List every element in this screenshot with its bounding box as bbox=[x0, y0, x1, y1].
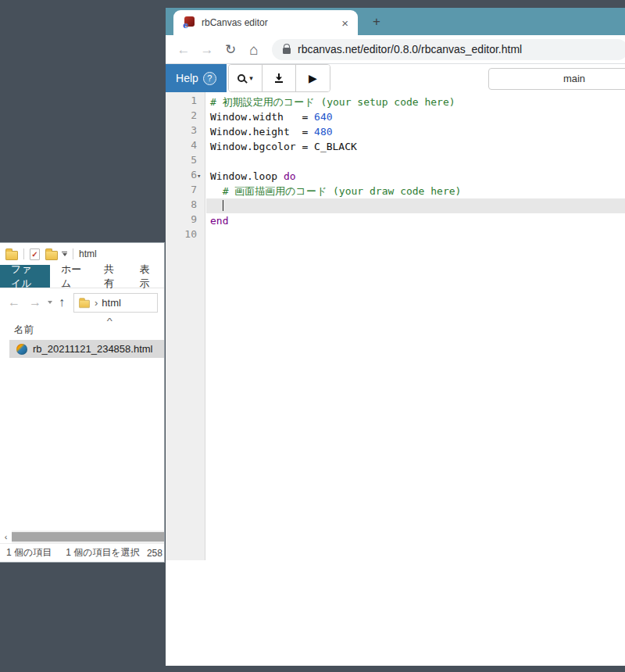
forward-icon[interactable]: → bbox=[197, 43, 217, 56]
ribbon-tab-view[interactable]: 表示 bbox=[128, 265, 164, 288]
titlebar-separator bbox=[23, 248, 24, 259]
scrollbar-track[interactable] bbox=[12, 531, 164, 543]
explorer-window-icon bbox=[5, 251, 18, 260]
scroll-left-icon[interactable]: ‹ bbox=[0, 532, 12, 542]
lock-icon bbox=[283, 48, 291, 54]
search-button[interactable]: ▾ bbox=[229, 65, 262, 91]
editor-app-toolbar: Help ? ▾ ▶ main bbox=[166, 64, 625, 92]
search-icon bbox=[238, 74, 245, 82]
line-number: 2 bbox=[166, 109, 197, 121]
file-list: rb_20211121_234858.html bbox=[0, 340, 164, 531]
rbcanvas-favicon-icon: e bbox=[183, 16, 195, 29]
play-icon: ▶ bbox=[309, 72, 317, 84]
code-area: 1# 初期設定用のコード (your setup code here)2Wind… bbox=[206, 92, 625, 243]
ribbon-tab-share[interactable]: 共有 bbox=[93, 265, 129, 288]
text-cursor bbox=[223, 200, 223, 211]
html-file-icon bbox=[16, 344, 27, 355]
breadcrumb[interactable]: html bbox=[102, 297, 121, 309]
ribbon-tab-file[interactable]: ファイル bbox=[0, 265, 50, 288]
code-line[interactable]: 10 bbox=[206, 228, 625, 243]
browser-toolbar: ← → ↻ ⌂ rbcanvas.net/editor/0.8.0/rbcanv… bbox=[166, 35, 625, 64]
code-token-plain bbox=[210, 200, 223, 212]
column-header-name[interactable]: 名前 bbox=[14, 323, 34, 337]
back-icon[interactable]: ← bbox=[173, 43, 194, 56]
customize-toolbar-icon[interactable] bbox=[62, 252, 67, 257]
code-line[interactable]: 8 bbox=[206, 198, 625, 213]
address-bar[interactable]: rbcanvas.net/editor/0.8.0/rbcanvas_edito… bbox=[272, 39, 625, 60]
tab-title: rbCanvas editor bbox=[202, 17, 335, 28]
help-question-icon: ? bbox=[203, 72, 216, 85]
explorer-nav-bar: ← → ↑ › html bbox=[0, 288, 164, 316]
history-dropdown-icon[interactable] bbox=[48, 301, 52, 304]
horizontal-scrollbar[interactable]: ‹ bbox=[0, 531, 164, 543]
ribbon-tabs: ファイルホーム共有表示 bbox=[0, 265, 164, 288]
code-line[interactable]: 3Window.height = 480 bbox=[206, 124, 625, 139]
explorer-window-title: html bbox=[79, 248, 97, 259]
code-token-keyword: do bbox=[284, 170, 296, 182]
line-number: 1 bbox=[166, 95, 197, 106]
ribbon-tab-home[interactable]: ホーム bbox=[50, 265, 93, 288]
line-number: 5 bbox=[166, 154, 197, 166]
column-header-row: 名前 ^ bbox=[0, 316, 164, 340]
code-line[interactable]: 1# 初期設定用のコード (your setup code here) bbox=[206, 95, 625, 109]
help-label: Help bbox=[176, 72, 198, 84]
breadcrumb-chevron-icon: › bbox=[95, 297, 98, 309]
code-token-keyword: end bbox=[210, 215, 228, 227]
main-tab[interactable]: main bbox=[488, 68, 625, 90]
up-icon[interactable]: ↑ bbox=[59, 296, 65, 309]
code-token-plain: Window.height = bbox=[210, 126, 314, 138]
scrollbar-thumb[interactable] bbox=[12, 532, 164, 542]
browser-tab-strip: e rbCanvas editor × + bbox=[166, 8, 625, 35]
code-line[interactable]: 7 # 画面描画用のコード (your draw code here) bbox=[206, 184, 625, 198]
line-number: 4 bbox=[166, 139, 197, 151]
file-row[interactable]: rb_20211121_234858.html bbox=[9, 340, 164, 358]
file-name: rb_20211121_234858.html bbox=[33, 343, 152, 355]
code-line[interactable]: 6▾Window.loop do bbox=[206, 169, 625, 184]
line-number: 8 bbox=[166, 198, 197, 210]
download-icon bbox=[273, 73, 284, 84]
editor-button-group: ▾ ▶ bbox=[228, 64, 330, 92]
quick-access-folder-icon[interactable] bbox=[45, 251, 58, 260]
selection-count: 1 個の項目を選択 bbox=[66, 546, 140, 559]
file-explorer-window: ✓ html ファイルホーム共有表示 ← → ↑ › html 名前 ^ rb_… bbox=[0, 242, 165, 563]
new-tab-button[interactable]: + bbox=[367, 13, 386, 30]
code-token-number: 640 bbox=[314, 111, 332, 123]
line-number: 3 bbox=[166, 124, 197, 136]
fold-marker-icon[interactable]: ▾ bbox=[197, 169, 201, 184]
explorer-status-bar: 1 個の項目 1 個の項目を選択 258 KB bbox=[0, 543, 164, 562]
home-icon[interactable]: ⌂ bbox=[244, 42, 264, 57]
search-caret-icon: ▾ bbox=[249, 74, 253, 82]
code-token-plain: Window.width = bbox=[210, 111, 314, 123]
run-button[interactable]: ▶ bbox=[296, 65, 330, 91]
browser-tab[interactable]: e rbCanvas editor × bbox=[173, 10, 358, 35]
code-token-comment: # 画面描画用のコード (your draw code here) bbox=[210, 185, 461, 197]
selection-size: 258 KB bbox=[147, 548, 164, 559]
code-line[interactable]: 2Window.width = 640 bbox=[206, 109, 625, 124]
code-token-number: 480 bbox=[314, 126, 332, 138]
address-folder-icon bbox=[79, 299, 90, 307]
sort-ascending-icon[interactable]: ^ bbox=[107, 317, 112, 326]
code-token-comment: # 初期設定用のコード (your setup code here) bbox=[210, 96, 455, 108]
code-line[interactable]: 4Window.bgcolor = C_BLACK bbox=[206, 139, 625, 154]
quick-access-check-icon[interactable]: ✓ bbox=[30, 248, 40, 260]
reload-icon[interactable]: ↻ bbox=[220, 43, 241, 56]
code-line[interactable]: 9end bbox=[206, 213, 625, 228]
titlebar-separator bbox=[73, 248, 73, 259]
browser-window: e rbCanvas editor × + ← → ↻ ⌂ rbcanvas.n… bbox=[166, 8, 625, 666]
tab-close-icon[interactable]: × bbox=[341, 17, 348, 29]
explorer-address-bar[interactable]: › html bbox=[73, 293, 158, 313]
code-token-plain: Window.bgcolor = C_BLACK bbox=[210, 141, 357, 152]
download-button[interactable] bbox=[262, 65, 296, 91]
code-token-plain: Window.loop bbox=[210, 170, 284, 182]
explorer-back-icon[interactable]: ← bbox=[8, 296, 20, 309]
line-number: 7 bbox=[166, 184, 197, 195]
explorer-forward-icon[interactable]: → bbox=[29, 296, 41, 309]
line-number: 9 bbox=[166, 213, 197, 225]
code-editor[interactable]: 1# 初期設定用のコード (your setup code here)2Wind… bbox=[166, 92, 625, 560]
url-text: rbcanvas.net/editor/0.8.0/rbcanvas_edito… bbox=[298, 43, 522, 55]
line-number: 10 bbox=[166, 228, 197, 240]
line-number: 6 bbox=[166, 169, 197, 181]
code-line[interactable]: 5 bbox=[206, 154, 625, 169]
items-count: 1 個の項目 bbox=[6, 546, 52, 559]
help-button[interactable]: Help ? bbox=[166, 64, 227, 92]
